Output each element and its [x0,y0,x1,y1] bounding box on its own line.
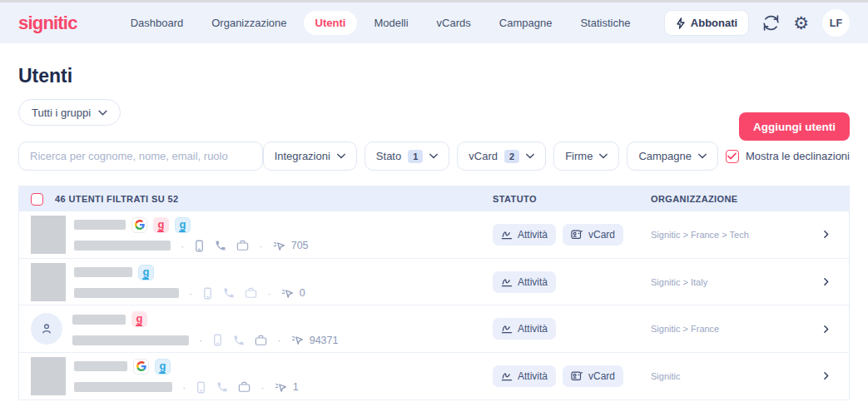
person-avatar-icon [31,313,62,345]
subscribe-button[interactable]: Abbonati [664,10,749,36]
gear-icon[interactable]: ⚙ [793,15,809,32]
filter-dropdown-stato[interactable]: Stato1 [365,141,449,171]
row-chevron-right-icon[interactable] [802,370,849,381]
user-row[interactable]: g··94371AttivitàSignitic > France [19,305,849,353]
status-cell: AttivitàvCard [493,224,651,246]
signitic-blue-icon: g [138,265,154,280]
page-title: Utenti [18,65,850,87]
row-chevron-right-icon[interactable] [802,276,849,287]
filter-label: Campagne [638,150,692,162]
nav-item-dashboard[interactable]: Dashboard [119,11,196,35]
filtered-count-label: 46 UTENTI FILTRATI SU 52 [55,194,493,204]
signature-spark-icon [281,287,294,300]
chevron-down-icon [337,153,345,159]
status-badge-vcard: vCard [563,224,623,246]
nav-menu: DashboardOrganizzazioneUtentiModellivCar… [119,11,642,35]
chevron-down-icon [698,153,707,159]
column-header-status: STATUTO [493,194,651,204]
user-row[interactable]: gg··705AttivitàvCardSignitic > France > … [19,211,849,259]
mobile-phone-icon [196,381,206,394]
lightning-bolt-icon [676,17,686,29]
filter-label: vCard [469,150,498,162]
top-navigation: signitic DashboardOrganizzazioneUtentiMo… [0,2,868,43]
organization-path: Signitic > France > Tech [651,230,802,240]
user-lines: g··94371 [72,311,338,346]
badge-label: Attività [518,276,548,288]
refresh-icon[interactable] [762,14,780,32]
phone-icon [223,287,235,299]
row-chevron-right-icon[interactable] [802,229,849,240]
blurred-email [74,241,171,251]
phone-icon [215,240,226,251]
dot-separator: · [199,335,202,345]
table-body: gg··705AttivitàvCardSignitic > France > … [19,211,849,400]
filter-dropdown-vcard[interactable]: vCard2 [457,141,546,171]
chevron-down-icon [429,153,438,159]
filter-dropdown-firme[interactable]: Firme [553,141,619,171]
signitic-red-icon: g [131,311,147,327]
organization-path: Signitic > Italy [651,277,802,287]
user-avatar[interactable]: LF [822,9,850,37]
blurred-avatar [31,357,66,395]
declensions-checkbox[interactable] [726,150,739,163]
show-declensions-toggle[interactable]: Mostra le declinazioni [726,150,850,163]
badge-label: vCard [588,370,615,382]
filter-label: Firme [565,150,593,162]
blurred-email [74,288,179,298]
signitic-red-icon: g [153,217,169,233]
blurred-name [74,220,126,230]
nav-item-modelli[interactable]: Modelli [362,11,419,35]
blurred-avatar [31,263,66,301]
row-chevron-right-icon[interactable] [802,324,849,335]
nav-item-campagne[interactable]: Campagne [488,11,564,35]
google-icon [131,217,147,233]
filter-label: Integrazioni [275,150,330,162]
chevron-down-icon [526,153,534,159]
dot-separator: · [189,288,192,299]
nav-item-vcards[interactable]: vCards [425,11,483,35]
dot-separator: · [277,335,280,345]
dot-separator: · [260,382,264,393]
briefcase-icon [255,335,267,346]
filter-dropdown-campagne[interactable]: Campagne [627,141,718,171]
select-all-checkbox[interactable] [31,193,43,206]
status-cell: Attività [493,271,651,293]
blurred-name [74,361,127,371]
chevron-down-icon [599,153,608,159]
user-cell: g··0 [31,263,493,301]
blurred-email [74,382,172,392]
dot-separator: · [259,241,262,251]
badge-label: Attività [518,323,548,335]
mobile-phone-icon [212,334,223,346]
user-cell: g··1 [31,357,493,395]
add-users-button[interactable]: Aggiungi utenti [739,112,850,141]
nav-item-statistiche[interactable]: Statistiche [568,11,642,35]
signature-count: 0 [281,287,305,300]
search-input[interactable] [18,141,263,171]
signitic-logo[interactable]: signitic [18,12,77,34]
mobile-phone-icon [194,240,205,252]
filter-pills: IntegrazioniStato1vCard2FirmeCampagneMos… [263,141,850,171]
nav-item-organizzazione[interactable]: Organizzazione [200,11,298,35]
user-row[interactable]: g··0AttivitàSignitic > Italy [19,259,849,306]
badge-label: vCard [588,229,615,241]
users-table: 46 UTENTI FILTRATI SU 52 STATUTO ORGANIZ… [18,186,850,400]
briefcase-icon [245,287,257,299]
user-cell: g··94371 [31,311,493,346]
column-header-organization: ORGANIZZAZIONE [651,194,849,204]
phone-icon [233,335,245,346]
nav-item-utenti[interactable]: Utenti [304,11,358,35]
user-lines: g··1 [74,359,299,394]
user-row[interactable]: g··1AttivitàvCardSignitic [19,353,849,400]
blurred-avatar [31,216,66,254]
signature-count-value: 705 [291,240,309,251]
signature-spark-icon [273,240,285,252]
signature-count-value: 1 [293,381,299,393]
user-cell: gg··705 [31,216,493,254]
filter-dropdown-integrazioni[interactable]: Integrazioni [263,141,357,171]
groups-filter-dropdown[interactable]: Tutti i gruppi [18,99,121,126]
user-lines: gg··705 [74,217,309,252]
filter-row: IntegrazioniStato1vCard2FirmeCampagneMos… [18,141,850,171]
groups-filter-label: Tutti i gruppi [32,107,91,119]
status-cell: AttivitàvCard [493,365,651,387]
